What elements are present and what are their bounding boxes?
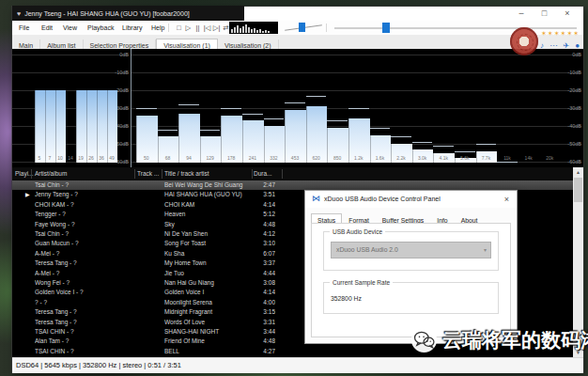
- cell-duration: 3:31: [238, 318, 275, 327]
- column-separator[interactable]: [162, 169, 162, 179]
- cell-duration: 4:14: [238, 288, 275, 297]
- cell-duration: 4:48: [238, 337, 275, 346]
- column-header[interactable]: Artist/album: [35, 167, 67, 180]
- usb-audio-device-label: USB Audio Device: [330, 228, 385, 236]
- cell-artist-album: TSAI CHIN - ?: [35, 347, 132, 356]
- db-axis-label: 0dB: [563, 52, 581, 57]
- cell-artist-album: CHOI KAM - ?: [35, 200, 132, 210]
- peak-marker: [370, 128, 391, 129]
- peak-marker: [158, 130, 178, 131]
- cell-duration: 4:44: [238, 269, 275, 278]
- toolbar-mini-spectrum: [229, 22, 278, 34]
- stamp-icons-decoration: ♪ ⋯ ✈ ●: [540, 41, 581, 50]
- peak-marker: [306, 96, 327, 97]
- spectrum-bar: [86, 90, 97, 163]
- seek-bar[interactable]: [334, 27, 577, 29]
- column-separator[interactable]: [31, 169, 32, 179]
- mini-spectrum-bar: [248, 27, 250, 33]
- cell-duration: 4:48: [238, 220, 275, 229]
- scrollbar-thumb[interactable]: [574, 178, 582, 202]
- cell-artist-album: Tsai Chin - ?: [35, 180, 132, 190]
- column-header[interactable]: Dura...: [254, 167, 272, 180]
- peak-marker: [221, 108, 241, 109]
- minimize-button[interactable]: –: [511, 7, 532, 21]
- stamp-stars-decoration: ✶✶✶✶✶✶: [541, 30, 580, 38]
- cell-artist-album: A-Mei - ?: [35, 249, 132, 258]
- close-button[interactable]: ×: [557, 7, 578, 21]
- menu-help[interactable]: Help: [151, 21, 164, 35]
- volume-slider-handle[interactable]: [299, 23, 305, 32]
- dialog-title: xDuoo USB Audio Device Control Panel: [324, 191, 441, 208]
- chevron-down-icon: ▾: [484, 243, 487, 258]
- watermark-text: 云瑞将军的数码港: [442, 327, 588, 353]
- wechat-icon: [410, 326, 438, 353]
- cell-artist-album: Jenny Tseng - ?: [35, 190, 132, 199]
- menu-library[interactable]: Library: [122, 21, 142, 35]
- usb-audio-device-dropdown[interactable]: xDuoo USB Audio 2.0 ▾: [331, 242, 491, 258]
- db-gridline: [132, 55, 581, 55]
- xduoo-logo-icon: ⋈: [312, 194, 320, 203]
- menu-view[interactable]: View: [63, 21, 77, 35]
- dialog-close-button[interactable]: ×: [504, 191, 509, 208]
- column-header[interactable]: Track ...: [137, 167, 159, 180]
- title-bar[interactable]: ♥Jenny Tseng - HAI SHANG HUA (GUO YU) [f…: [12, 7, 583, 21]
- db-gridline: [132, 72, 581, 73]
- xduoo-control-panel-dialog: ⋈ xDuoo USB Audio Device Control Panel ×…: [305, 191, 517, 343]
- mini-spectrum-bar: [254, 28, 255, 33]
- cell-duration: 4:14: [238, 200, 275, 210]
- cell-duration: 6:07: [238, 249, 275, 258]
- mini-spectrum-bar: [256, 30, 258, 33]
- cell-artist-album: Faye Wong - ?: [35, 220, 132, 229]
- maximize-button[interactable]: □: [534, 7, 554, 21]
- cell-artist-album: Guan Mucun - ?: [35, 239, 132, 248]
- peak-marker: [497, 162, 518, 163]
- playlist-header: Playi...Artist/albumTrack ...Title / tra…: [12, 167, 573, 181]
- playlist-row[interactable]: Tsai Chin - ?Bei Wei Wang De Shi Guang2:…: [12, 180, 573, 190]
- cell-artist-album: Teresa Tang - ?: [35, 258, 132, 268]
- menu-file[interactable]: File: [19, 21, 29, 35]
- menu-edit[interactable]: Edit: [41, 21, 53, 35]
- title-area: ♥Jenny Tseng - HAI SHANG HUA (GUO YU) [f…: [12, 6, 244, 22]
- column-separator[interactable]: [282, 169, 283, 179]
- peak-marker: [348, 108, 369, 109]
- seek-bar-handle[interactable]: [382, 23, 390, 33]
- cell-artist-album: TSAI CHIN - ?: [35, 327, 132, 337]
- mini-spectrum-bar: [265, 30, 267, 33]
- toolbar-separator: [168, 24, 169, 32]
- foobar2000-app-icon: ♥: [17, 10, 21, 17]
- dialog-title-bar[interactable]: ⋈ xDuoo USB Audio Device Control Panel ×: [305, 191, 517, 208]
- db-axis-label: -50dB: [563, 141, 581, 147]
- mini-spectrum-bar: [237, 25, 239, 33]
- spectrum-bar: [35, 90, 45, 163]
- peak-marker: [285, 102, 305, 103]
- peak-marker: [178, 104, 199, 105]
- scroll-up-icon[interactable]: ▲: [573, 167, 583, 177]
- spectrum-bar: [76, 90, 86, 163]
- column-separator[interactable]: [252, 169, 253, 179]
- status-text: DSD64 | 5645 kbps | 352800 Hz | stereo |…: [16, 361, 181, 369]
- window-title: Jenny Tseng - HAI SHANG HUA (GUO YU) [fo…: [24, 10, 190, 17]
- mini-spectrum-bar: [268, 31, 270, 33]
- cell-duration: 4:12: [238, 229, 275, 239]
- mini-spectrum-bar: [251, 29, 253, 33]
- menu-playback[interactable]: Playback: [87, 21, 114, 35]
- spectrum-bar: [55, 90, 66, 163]
- column-header[interactable]: Title / track artist: [164, 167, 209, 180]
- cell-duration: 3:08: [238, 278, 275, 288]
- mini-spectrum-bar: [240, 28, 241, 33]
- peak-marker: [327, 120, 348, 121]
- cell-artist-album: Tengger - ?: [35, 210, 132, 219]
- cell-duration: 3:15: [238, 307, 275, 317]
- spectrum-bar: [45, 90, 55, 163]
- column-separator[interactable]: [134, 169, 135, 179]
- frequency-label: 49: [103, 155, 120, 161]
- cell-duration: 3:44: [238, 327, 275, 337]
- db-axis-label: -20dB: [563, 87, 581, 93]
- cell-duration: 3:10: [238, 239, 275, 248]
- sample-rate-group: Current Sample Rate 352800 Hz: [323, 282, 499, 314]
- sample-rate-label: Current Sample Rate: [330, 279, 393, 287]
- cell-artist-album: Tsai Chin - ?: [35, 229, 132, 239]
- db-axis-label: -10dB: [563, 70, 581, 75]
- sample-rate-value: 352800 Hz: [331, 292, 362, 306]
- db-axis-label: -10dB: [110, 70, 129, 75]
